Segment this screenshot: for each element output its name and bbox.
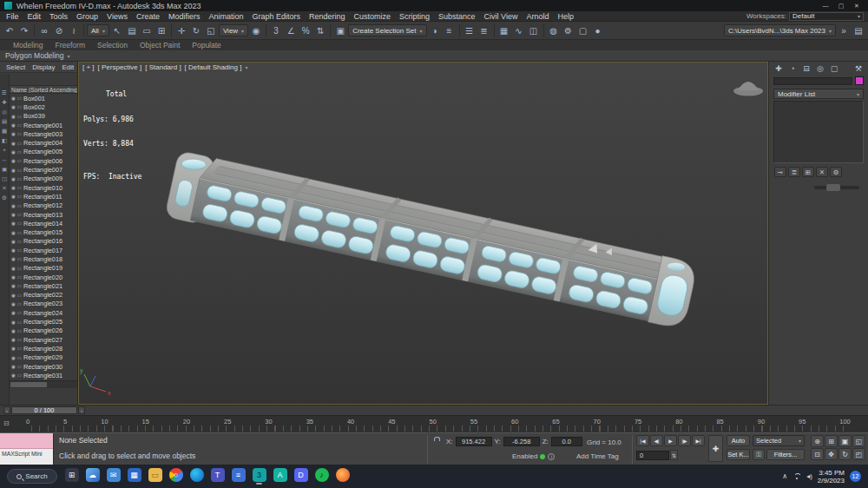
visibility-eye-icon[interactable]: ◉ [11, 293, 16, 298]
object-name-field[interactable] [773, 77, 852, 85]
ribbon-tab[interactable]: Selection [91, 40, 134, 50]
snaps-toggle-icon[interactable]: 3 [269, 23, 283, 38]
minimize-button[interactable]: — [819, 1, 832, 10]
info-icon[interactable]: i [548, 453, 555, 460]
material-editor-icon[interactable]: ◍ [547, 23, 561, 38]
workspace-tools-icon[interactable]: ▤ [852, 23, 865, 38]
explorer-tool-icon[interactable]: ⌖ [3, 147, 6, 153]
visibility-eye-icon[interactable]: ◉ [11, 131, 16, 136]
zoom-icon[interactable]: ⊕ [811, 435, 824, 447]
explorer-horizontal-scrollbar[interactable] [10, 380, 77, 388]
taskbar-clock[interactable]: 3:45 PM 2/9/2023 [818, 469, 845, 485]
visibility-eye-icon[interactable]: ◉ [11, 230, 16, 235]
visibility-eye-icon[interactable]: ◉ [11, 212, 16, 217]
percent-snap-icon[interactable]: % [299, 23, 312, 38]
zoom-all-icon[interactable]: ⊞ [825, 435, 838, 447]
visibility-eye-icon[interactable]: ◉ [11, 247, 16, 253]
visibility-eye-icon[interactable]: ◉ [11, 283, 16, 288]
explorer-tool-icon[interactable]: ▤ [2, 118, 7, 124]
use-pivot-center-icon[interactable]: ◉ [249, 23, 263, 38]
scene-object-row[interactable]: ◉ ▭ Rectangle019 [10, 264, 77, 273]
taskbar-app-icon[interactable]: D [293, 468, 308, 485]
menu-item[interactable]: Tools [45, 11, 72, 22]
scene-object-row[interactable]: ◉ ▭ Rectangle009 [10, 175, 77, 183]
visibility-eye-icon[interactable]: ◉ [11, 168, 16, 173]
visibility-eye-icon[interactable]: ◉ [11, 301, 16, 307]
visibility-eye-icon[interactable]: ◉ [11, 104, 16, 109]
visibility-eye-icon[interactable]: ◉ [11, 346, 16, 351]
menu-item[interactable]: Arnold [522, 11, 553, 22]
visibility-eye-icon[interactable]: ◉ [11, 203, 16, 208]
zoom-extents-all-icon[interactable]: ◱ [852, 435, 865, 447]
explorer-tool-icon[interactable]: ▣ [2, 166, 7, 172]
go-to-start-icon[interactable]: |◀ [636, 435, 649, 446]
zoom-extents-icon[interactable]: ▣ [838, 435, 852, 447]
viewport-label-segment[interactable]: [ Standard ] [145, 63, 181, 71]
viewport-label-caret-icon[interactable]: ▾ [245, 64, 247, 70]
panel-scroll-slider[interactable] [814, 186, 859, 189]
scene-object-row[interactable]: ◉ ▭ Rectangle026 [10, 326, 77, 335]
explorer-menu-item[interactable]: Select [3, 63, 29, 71]
taskbar-app-icon[interactable]: ♪ [314, 468, 329, 485]
select-object-icon[interactable]: ↖ [110, 23, 124, 38]
visibility-eye-icon[interactable]: ◉ [11, 114, 16, 119]
select-and-move-icon[interactable]: ✛ [174, 23, 188, 38]
visibility-eye-icon[interactable]: ◉ [11, 256, 16, 261]
mini-listener-line[interactable]: MAXScript Mini [0, 449, 53, 465]
auto-key-button[interactable]: Auto [727, 435, 750, 446]
scene-object-row[interactable]: ◉ ▭ Rectangle021 [10, 281, 77, 290]
visibility-eye-icon[interactable]: ◉ [11, 337, 16, 342]
explorer-tool-icon[interactable]: ⚙ [2, 195, 7, 201]
set-keys-button[interactable]: ✚ [708, 435, 723, 462]
taskbar-app-icon[interactable]: ▭ [148, 468, 162, 485]
explorer-tool-icon[interactable]: ▦ [2, 128, 7, 134]
time-slider-handle[interactable]: 0 / 100 [11, 406, 77, 414]
taskbar-app-icon[interactable]: T [210, 468, 225, 485]
viewport-canvas[interactable]: x y [78, 62, 768, 405]
align-icon[interactable]: ≡ [443, 23, 457, 38]
scene-object-row[interactable]: ◉ ▭ Rectangle029 [10, 353, 77, 362]
visibility-eye-icon[interactable]: ◉ [11, 364, 16, 369]
modifier-list-dropdown[interactable]: Modifier List ▾ [773, 89, 864, 99]
menu-item[interactable]: Animation [204, 11, 247, 22]
play-icon[interactable]: ▶ [664, 435, 677, 446]
create-tab-icon[interactable]: ✚ [773, 64, 784, 73]
bind-to-spacewarp-icon[interactable]: ≀ [67, 23, 81, 38]
workspace-dropdown[interactable]: Default▾ [789, 12, 864, 21]
mirror-icon[interactable]: ◑ [428, 23, 442, 38]
scene-object-row[interactable]: ◉ ▭ Rectangle030 [10, 362, 77, 371]
scene-object-row[interactable]: ◉ ▭ Rectangle025 [10, 317, 77, 326]
zoom-region-icon[interactable]: ⊡ [811, 448, 824, 460]
orbit-icon[interactable]: ↻ [838, 448, 852, 460]
maxscript-mini-listener[interactable]: MAXScript Mini [0, 433, 54, 465]
ribbon-tab[interactable]: Populate [186, 40, 227, 50]
menu-item[interactable]: Civil View [480, 11, 523, 22]
menu-item[interactable]: Scripting [395, 11, 434, 22]
mini-trackbar-icon[interactable]: ⊟ [3, 419, 10, 427]
key-mode-icon[interactable]: ⚿ [753, 449, 765, 460]
scene-object-row[interactable]: ◉ ▭ Rectangle024 [10, 308, 77, 317]
track-bar[interactable]: ⊟ 05101520253035404550556065707580859095… [0, 415, 868, 432]
scene-object-row[interactable]: ◉ ▭ Rectangle005 [10, 148, 77, 156]
selection-region-icon[interactable]: ▭ [140, 23, 154, 38]
unlink-selection-icon[interactable]: ⊘ [52, 23, 66, 38]
rendered-frame-window-icon[interactable]: ▢ [576, 23, 590, 38]
menu-item[interactable]: Views [102, 11, 132, 22]
visibility-eye-icon[interactable]: ◉ [11, 185, 16, 190]
pin-stack-icon[interactable]: ⊸ [774, 167, 786, 177]
macro-recorder-line[interactable] [0, 433, 53, 449]
set-key-button[interactable]: Set K... [727, 449, 750, 460]
explorer-tool-icon[interactable]: ☰ [2, 89, 7, 96]
key-filters-button[interactable]: Filters... [766, 449, 805, 460]
make-unique-icon[interactable]: ⊞ [802, 167, 814, 177]
ribbon-panel-bar[interactable]: Polygon Modeling ▾ [0, 50, 868, 62]
named-selection-set-dropdown[interactable]: Create Selection Set▾ [348, 24, 426, 36]
explorer-tool-icon[interactable]: ◎ [2, 109, 7, 115]
scene-object-row[interactable]: ◉ ▭ Box039 [10, 112, 77, 121]
adaptive-degradation[interactable]: Enabled i [512, 452, 555, 460]
menu-item[interactable]: Rendering [305, 11, 350, 22]
close-button[interactable]: ✕ [850, 1, 864, 10]
notification-badge[interactable]: 12 [850, 471, 861, 482]
scene-object-row[interactable]: ◉ ▭ Rectangle004 [10, 138, 77, 147]
visibility-eye-icon[interactable]: ◉ [11, 373, 16, 378]
